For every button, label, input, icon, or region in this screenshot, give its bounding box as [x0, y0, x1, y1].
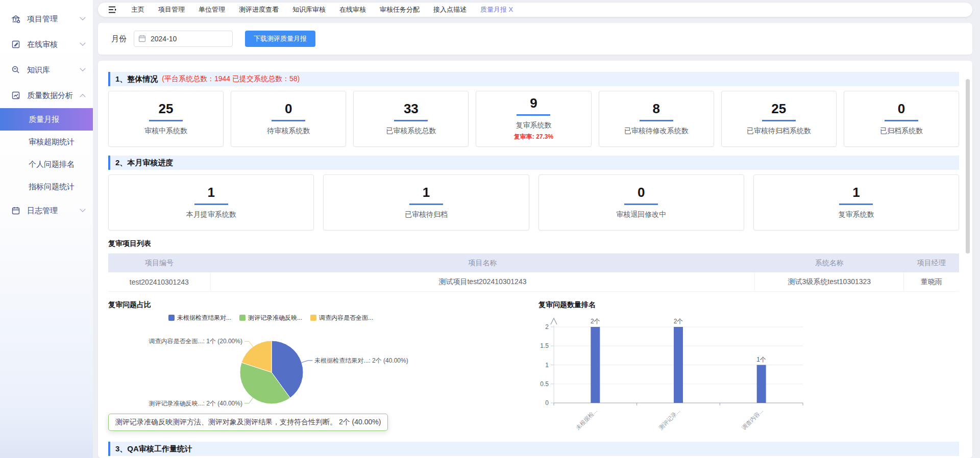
- review-table-title: 复审项目列表: [108, 239, 959, 248]
- tab-unit-management[interactable]: 单位管理: [199, 5, 225, 14]
- bar-value-label: 2个: [674, 318, 683, 325]
- month-label: 月份: [111, 34, 127, 44]
- stat-value: 8: [652, 102, 659, 115]
- pie-chart-block: 复审问题占比 未根据检查结果对... 测评记录准确反映... 调查内容是否: [108, 300, 528, 440]
- col-project-id: 项目编号: [108, 253, 210, 272]
- edit-icon: [11, 40, 20, 49]
- tab-online-review[interactable]: 在线审核: [339, 5, 366, 14]
- tab-evaluation-progress[interactable]: 测评进度查看: [239, 5, 279, 14]
- bank-icon: [11, 14, 20, 23]
- stat-label: 已审核待归档: [405, 210, 448, 219]
- bar[interactable]: [674, 327, 683, 403]
- vertical-scrollbar[interactable]: [966, 79, 970, 253]
- chevron-down-icon: [80, 40, 85, 46]
- download-report-button[interactable]: 下载测评质量月报: [245, 31, 315, 47]
- content-column: 主页 项目管理 单位管理 测评进度查看 知识库审核 在线审核 审核任务分配 接入…: [93, 0, 980, 458]
- stat-label: 本月提审系统数: [186, 210, 236, 219]
- x-category-label: 测评记录...: [657, 408, 681, 431]
- y-tick-label: 2: [545, 323, 549, 330]
- sidebar-subitem-review-overdue-stats[interactable]: 审核超期统计: [0, 131, 93, 153]
- stat-value: 1: [423, 186, 430, 199]
- section-2-title: 2、本月审核进度: [115, 158, 173, 168]
- legend-item[interactable]: 测评记录准确反映...: [239, 314, 302, 322]
- pie-label-line: [302, 361, 312, 363]
- sidebar-item-label: 知识库: [27, 65, 81, 75]
- y-tick-label: 0: [545, 399, 549, 406]
- sidebar-item-quality-data-analysis[interactable]: 质量数据分析: [0, 83, 93, 108]
- legend-swatch: [310, 315, 316, 321]
- stat-value: 33: [404, 102, 419, 115]
- cell-project-id: test202410301243: [108, 272, 210, 292]
- stat-value: 9: [530, 96, 537, 110]
- legend-item[interactable]: 未根据检查结果对...: [168, 314, 231, 322]
- re-review-rate: 复审率: 27.3%: [514, 133, 553, 141]
- bar[interactable]: [591, 327, 600, 403]
- stat-label: 审核退回修改中: [616, 210, 666, 219]
- sidebar-item-log-management[interactable]: 日志管理: [0, 198, 93, 223]
- tab-knowledge-review[interactable]: 知识库审核: [292, 5, 326, 14]
- stat-label: 复审系统数: [838, 210, 874, 219]
- legend-item[interactable]: 调查内容是否全面...: [310, 314, 373, 322]
- tab-review-task-assignment[interactable]: 审核任务分配: [380, 5, 420, 14]
- stat-underline: [762, 120, 796, 121]
- stat-card-returned-for-modification: 0 审核退回修改中: [538, 174, 744, 231]
- col-project-name: 项目名称: [210, 253, 755, 272]
- y-tick-label: 0.5: [540, 380, 549, 388]
- stat-label: 已审核待修改系统数: [624, 126, 689, 136]
- month-picker: [134, 31, 233, 47]
- stat-underline: [194, 203, 228, 205]
- bar[interactable]: [757, 365, 766, 403]
- sidebar-item-knowledge-base[interactable]: 知识库: [0, 57, 93, 83]
- pie-legend: 未根据检查结果对... 测评记录准确反映... 调查内容是否全面...: [168, 314, 528, 321]
- sidebar-item-online-review[interactable]: 在线审核: [0, 32, 93, 57]
- section-1-note: (平台系统总数：1944 已提交系统总数：58): [162, 74, 300, 84]
- bar-chart: 00.511.522个未根据检...2个测评记录...1个调查内容...: [538, 314, 926, 440]
- cell-system-name: 测试3级系统test10301323: [755, 272, 904, 292]
- stat-underline: [409, 203, 443, 205]
- stat-underline: [272, 120, 305, 121]
- chevron-up-icon: [80, 94, 85, 99]
- x-category-label: 调查内容...: [740, 408, 764, 431]
- sidebar-subitem-indicator-issue-stats[interactable]: 指标问题统计: [0, 175, 93, 198]
- report-panel: 1、整体情况 (平台系统总数：1944 已提交系统总数：58) 25 审核中系统…: [98, 61, 972, 458]
- stat-card-reviewed-to-archive: 25 已审核待归档系统数: [721, 91, 837, 147]
- month-input[interactable]: [134, 31, 233, 47]
- tab-home[interactable]: 主页: [131, 5, 144, 14]
- sidebar-item-project-management[interactable]: 项目管理: [0, 6, 93, 32]
- overall-stats-row: 25 审核中系统数 0 待审核系统数 33 已审核系统总数 9: [108, 91, 959, 147]
- legend-swatch: [239, 315, 246, 321]
- collapse-menu-icon[interactable]: [108, 6, 117, 13]
- pie-label: 测评记录准确反映...: 2个 (40.00%): [149, 400, 242, 407]
- filter-bar: 月份 下载测评质量月报: [98, 23, 972, 55]
- stat-label: 复审系统数: [516, 121, 551, 130]
- stat-label: 已归档系统数: [880, 126, 923, 136]
- tab-project-management[interactable]: 项目管理: [158, 5, 185, 14]
- bar-value-label: 2个: [591, 318, 600, 325]
- stat-underline: [640, 120, 673, 121]
- legend-swatch: [168, 315, 175, 321]
- stat-underline: [149, 120, 183, 121]
- stat-label: 审核中系统数: [144, 126, 187, 136]
- chart-tooltip: 测评记录准确反映测评方法、测评对象及测评结果，支持符合性判断。 2个 (40.0…: [108, 414, 388, 431]
- tab-access-point-description[interactable]: 接入点描述: [433, 5, 467, 14]
- legend-label: 测评记录准确反映...: [248, 314, 302, 322]
- stat-value: 1: [207, 186, 214, 199]
- section-1-title: 1、整体情况: [115, 74, 158, 84]
- pie-label-line: [244, 398, 253, 403]
- stat-card-under-review: 25 审核中系统数: [108, 91, 224, 147]
- col-project-manager: 项目经理: [904, 253, 959, 272]
- sidebar-subitem-personal-issue-ranking[interactable]: 个人问题排名: [0, 153, 93, 175]
- stat-value: 1: [852, 186, 860, 199]
- stat-card-pending-review: 0 待审核系统数: [231, 91, 346, 147]
- stat-card-archived: 0 已归档系统数: [844, 91, 959, 147]
- bar-chart-title: 复审问题数量排名: [538, 300, 959, 309]
- stat-value: 0: [898, 102, 905, 115]
- sidebar-subitem-quality-monthly-report[interactable]: 质量月报: [0, 108, 93, 131]
- chevron-down-icon: [80, 66, 85, 71]
- tab-quality-monthly-report-active[interactable]: 质量月报 X: [480, 5, 513, 14]
- calendar-icon: [138, 35, 146, 42]
- knowledge-icon: [11, 65, 20, 74]
- chevron-down-icon: [80, 15, 85, 20]
- monthly-progress-row: 1 本月提审系统数 1 已审核待归档 0 审核退回修改中 1 复: [108, 174, 959, 231]
- pie-label-line: [244, 341, 253, 347]
